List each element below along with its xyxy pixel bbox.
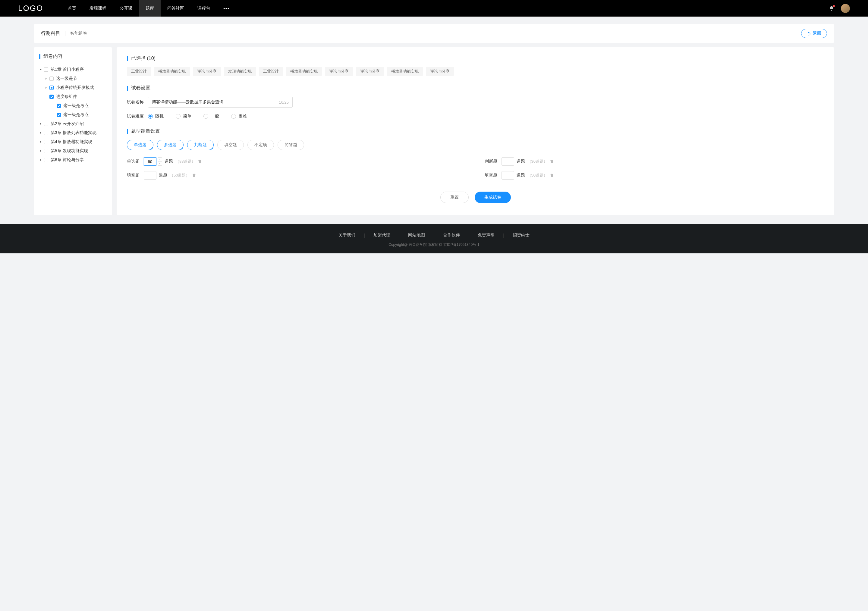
trash-icon[interactable] <box>192 173 196 178</box>
selected-tag[interactable]: 播放器功能实现 <box>286 67 322 76</box>
back-button[interactable]: 返回 <box>801 29 827 38</box>
checkbox[interactable] <box>44 158 48 162</box>
paper-name-value: 博客详情功能——云数据库多集合查询 <box>152 99 224 105</box>
selected-tags: 工业设计播放器功能实现评论与分享发现功能实现工业设计播放器功能实现评论与分享评论… <box>127 67 824 76</box>
type-pill[interactable]: 填空题 <box>217 140 244 150</box>
checkbox[interactable] <box>50 77 54 81</box>
tree-row[interactable]: 第6章 评论与分享 <box>39 155 107 164</box>
nav-item-3[interactable]: 题库 <box>139 0 161 17</box>
difficulty-radio[interactable]: 简单 <box>176 114 191 119</box>
checkbox[interactable] <box>57 113 61 117</box>
trash-icon[interactable] <box>550 173 554 178</box>
tree-label: 这一级是考点 <box>63 103 88 108</box>
paper-name-input[interactable]: 博客详情功能——云数据库多集合查询 16/25 <box>148 97 293 108</box>
radio-circle <box>231 114 236 119</box>
nav-item-1[interactable]: 发现课程 <box>83 0 113 17</box>
step-down-icon[interactable]: ▼ <box>158 162 162 166</box>
nav-item-2[interactable]: 公开课 <box>113 0 139 17</box>
type-pill[interactable]: 简答题 <box>277 140 304 150</box>
checkbox[interactable] <box>44 122 48 126</box>
checkbox[interactable] <box>44 68 48 72</box>
trash-icon[interactable] <box>198 159 202 164</box>
page-title: 行测科目 <box>41 31 60 37</box>
nav-more[interactable]: ••• <box>217 6 236 11</box>
radio-label: 困难 <box>239 114 247 119</box>
footer-link[interactable]: 网站地图 <box>400 233 433 238</box>
tree-label: 第3章 播放列表功能实现 <box>51 130 96 136</box>
selected-tag[interactable]: 评论与分享 <box>426 67 454 76</box>
quantity-row: 填空题道题（50道题） <box>127 171 467 179</box>
checkbox[interactable] <box>44 140 48 144</box>
type-pills: 单选题多选题判断题填空题不定项简答题 <box>127 140 824 150</box>
back-label: 返回 <box>813 31 821 36</box>
reset-button[interactable]: 重置 <box>440 192 469 203</box>
quantity-grid: 单选题▲▼道题（88道题）判断题道题（30道题）填空题道题（50道题）填空题道题… <box>127 157 824 179</box>
radio-label: 一般 <box>211 114 219 119</box>
difficulty-row: 试卷难度 随机简单一般困难 <box>127 114 824 119</box>
selected-tag[interactable]: 评论与分享 <box>325 67 353 76</box>
quantity-input[interactable] <box>502 157 514 166</box>
avatar[interactable] <box>841 4 850 13</box>
checkbox[interactable] <box>44 149 48 153</box>
selected-tag[interactable]: 播放器功能实现 <box>387 67 423 76</box>
tree-row[interactable]: 这一级是节 <box>39 74 107 83</box>
quantity-input[interactable] <box>502 171 514 179</box>
trash-icon[interactable] <box>550 159 554 164</box>
type-pill[interactable]: 多选题 <box>157 140 184 150</box>
checkbox[interactable] <box>50 85 54 90</box>
chevron-down-icon <box>39 68 42 71</box>
tree-label: 第2章 云开发介绍 <box>51 121 84 127</box>
tree-row[interactable]: 第4章 播放器功能实现 <box>39 138 107 147</box>
chevron-right-icon <box>39 158 42 161</box>
footer-link[interactable]: 加盟代理 <box>365 233 399 238</box>
step-up-icon[interactable]: ▲ <box>158 158 162 162</box>
quantity-hint: （50道题） <box>527 173 547 178</box>
selected-tag[interactable]: 发现功能实现 <box>224 67 256 76</box>
quantity-stepper[interactable]: ▲▼ <box>158 157 162 166</box>
nav-item-5[interactable]: 课程包 <box>191 0 217 17</box>
checkbox[interactable] <box>57 104 61 108</box>
chevron-right-icon <box>45 77 48 80</box>
tree-row[interactable]: 第2章 云开发介绍 <box>39 119 107 128</box>
nav-item-0[interactable]: 首页 <box>61 0 83 17</box>
tree-row[interactable]: 这一级是考点 <box>39 110 107 119</box>
selected-tag[interactable]: 播放器功能实现 <box>154 67 190 76</box>
footer-link[interactable]: 招贤纳士 <box>504 233 538 238</box>
char-counter: 16/25 <box>279 100 289 105</box>
bell-icon[interactable] <box>829 6 834 11</box>
tree-row[interactable]: 小程序传统开发模式 <box>39 83 107 92</box>
type-pill[interactable]: 判断题 <box>187 140 214 150</box>
radio-label: 简单 <box>183 114 191 119</box>
difficulty-radio[interactable]: 困难 <box>231 114 247 119</box>
type-pill[interactable]: 单选题 <box>127 140 153 150</box>
quantity-hint: （50道题） <box>170 173 189 178</box>
quantity-row: 判断题道题（30道题） <box>485 157 824 166</box>
quantity-input[interactable] <box>144 157 157 166</box>
tree-row[interactable]: 第3章 播放列表功能实现 <box>39 128 107 138</box>
footer-links: 关于我们|加盟代理|网站地图|合作伙伴|免责声明|招贤纳士 <box>0 233 868 238</box>
paper-settings-title: 试卷设置 <box>127 85 824 91</box>
difficulty-radio[interactable]: 一般 <box>203 114 219 119</box>
selected-tag[interactable]: 工业设计 <box>127 67 151 76</box>
difficulty-radio[interactable]: 随机 <box>148 114 164 119</box>
selected-tag[interactable]: 评论与分享 <box>193 67 221 76</box>
nav-item-4[interactable]: 问答社区 <box>161 0 191 17</box>
tree-label: 小程序传统开发模式 <box>56 85 94 90</box>
tree-row[interactable]: 第5章 发现功能实现 <box>39 147 107 155</box>
generate-button[interactable]: 生成试卷 <box>475 192 511 203</box>
tree-row[interactable]: 第1章 首门小程序 <box>39 65 107 74</box>
quantity-unit: 道题 <box>159 173 167 178</box>
quantity-input[interactable] <box>144 171 157 179</box>
tree-row[interactable]: 进度条组件 <box>39 92 107 101</box>
footer-link[interactable]: 关于我们 <box>330 233 364 238</box>
checkbox[interactable] <box>44 131 48 135</box>
footer-link[interactable]: 免责声明 <box>469 233 503 238</box>
tree-row[interactable]: 这一级是考点 <box>39 101 107 110</box>
sidebar: 组卷内容 第1章 首门小程序这一级是节小程序传统开发模式进度条组件这一级是考点这… <box>34 47 112 215</box>
footer-link[interactable]: 合作伙伴 <box>435 233 468 238</box>
checkbox[interactable] <box>50 94 54 99</box>
difficulty-radio-group: 随机简单一般困难 <box>148 114 247 119</box>
selected-tag[interactable]: 工业设计 <box>259 67 283 76</box>
type-pill[interactable]: 不定项 <box>248 140 274 150</box>
selected-tag[interactable]: 评论与分享 <box>356 67 384 76</box>
